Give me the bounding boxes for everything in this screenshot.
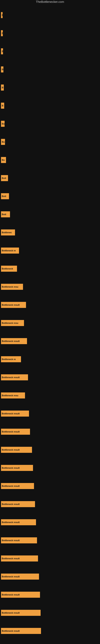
bar-label-9: Bott (2, 177, 6, 179)
bar-item-33: Bottleneck result (1, 610, 41, 616)
bar-label-5: B (2, 104, 3, 107)
bar-item-17: Bottleneck resu (1, 320, 24, 326)
bar-label-25: Bottleneck result (2, 467, 20, 469)
bar-item-10: Bott (1, 193, 9, 199)
bar-label-0: B (2, 14, 2, 16)
bar-label-16: Bottleneck result (2, 304, 20, 306)
bar-item-28: Bottleneck result (1, 519, 36, 525)
bar-item-7: Bo (1, 139, 5, 145)
bar-label-34: Bottleneck result (2, 630, 20, 632)
bar-label-8: Bo (2, 159, 5, 161)
bar-item-29: Bottleneck result (1, 537, 37, 544)
bar-label-24: Bottleneck result (2, 448, 20, 451)
bar-item-27: Bottleneck result (1, 501, 35, 507)
bar-item-12: Bottlenec (1, 230, 15, 236)
bar-item-13: Bottleneck re (1, 248, 19, 254)
bar-label-11: Bott (2, 213, 6, 216)
bar-item-32: Bottleneck result (1, 592, 40, 598)
bar-item-20: Bottleneck result (1, 374, 28, 380)
site-title: TheBottlenecker.com (36, 0, 64, 5)
title-container: TheBottlenecker.com (0, 0, 100, 4)
bar-item-15: Bottleneck resu (1, 284, 23, 290)
bar-label-7: Bo (2, 141, 5, 143)
bar-label-33: Bottleneck result (2, 612, 20, 614)
bar-item-18: Bottleneck result (1, 338, 27, 344)
bar-label-15: Bottleneck resu (2, 286, 18, 288)
bar-item-34: Bottleneck result (1, 628, 41, 634)
bar-item-22: Bottleneck result (1, 410, 29, 416)
bar-label-27: Bottleneck result (2, 503, 20, 505)
bar-label-21: Bottleneck resu (2, 394, 18, 397)
bar-label-2: B (2, 50, 3, 52)
bar-item-2: B (1, 48, 3, 54)
bar-item-11: Bott (1, 211, 10, 217)
bar-item-24: Bottleneck result (1, 447, 32, 453)
bar-item-3: B (1, 66, 3, 72)
bar-item-0: B (1, 12, 2, 18)
bar-item-23: Bottleneck result (1, 429, 30, 435)
bar-label-12: Bottlenec (2, 231, 12, 234)
bar-item-31: Bottleneck result (1, 574, 39, 580)
bar-label-19: Bottleneck re (2, 358, 16, 360)
bar-item-14: Bottleneck (1, 266, 17, 272)
bar-label-13: Bottleneck re (2, 249, 16, 252)
bar-label-1: B (2, 32, 3, 34)
bar-label-26: Bottleneck result (2, 485, 20, 487)
bar-label-10: Bott (2, 195, 6, 198)
bar-item-4: B (1, 84, 4, 90)
bar-label-28: Bottleneck result (2, 521, 20, 524)
bar-item-1: B (1, 30, 3, 36)
bar-item-6: Bo (1, 121, 4, 127)
bar-item-8: Bo (1, 157, 6, 163)
bar-label-29: Bottleneck result (2, 539, 20, 542)
bar-label-23: Bottleneck result (2, 430, 20, 433)
bar-label-3: B (2, 68, 3, 71)
bar-label-14: Bottleneck (2, 268, 13, 270)
bar-item-16: Bottleneck result (1, 302, 26, 308)
chart-area: TheBottlenecker.com BBBBBBBoBoBoBottBott… (0, 0, 100, 644)
bar-label-20: Bottleneck result (2, 376, 20, 378)
bar-label-31: Bottleneck result (2, 575, 20, 578)
bar-label-17: Bottleneck resu (2, 322, 18, 324)
bar-label-22: Bottleneck result (2, 412, 20, 415)
bar-label-32: Bottleneck result (2, 594, 20, 596)
bar-label-30: Bottleneck result (2, 557, 20, 560)
bar-item-19: Bottleneck re (1, 356, 21, 362)
bar-label-6: Bo (2, 122, 4, 125)
bar-item-21: Bottleneck resu (1, 392, 25, 398)
bar-label-18: Bottleneck result (2, 340, 20, 342)
bar-item-25: Bottleneck result (1, 465, 33, 471)
bar-item-30: Bottleneck result (1, 556, 38, 562)
bar-label-4: B (2, 86, 3, 89)
bar-item-5: B (1, 103, 4, 109)
bar-item-26: Bottleneck result (1, 483, 34, 489)
bar-item-9: Bott (1, 175, 8, 181)
